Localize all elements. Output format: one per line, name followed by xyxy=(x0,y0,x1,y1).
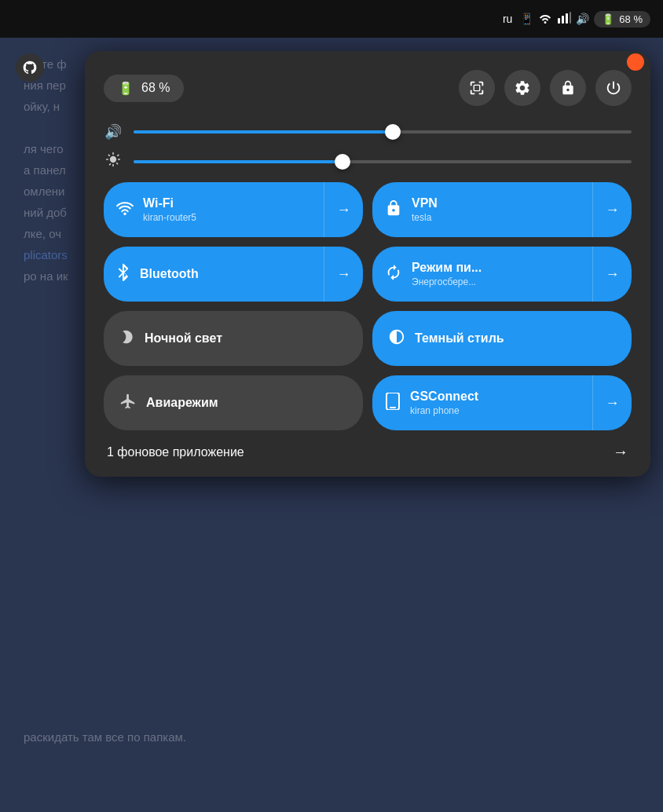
toggles-grid: Wi-Fi kiran-router5 → VPN tesla → xyxy=(104,182,632,430)
vpn-subtitle: tesla xyxy=(412,212,438,223)
night-light-toggle[interactable]: Ночной свет xyxy=(104,311,363,366)
svg-rect-6 xyxy=(390,407,396,408)
wifi-subtitle: kiran-router5 xyxy=(143,212,196,223)
power-mode-arrow[interactable]: → xyxy=(592,247,632,302)
dark-style-text: Темный стиль xyxy=(415,331,504,346)
status-battery: 🔋 68 % xyxy=(594,11,650,27)
night-light-toggle-main[interactable]: Ночной свет xyxy=(104,329,363,349)
bluetooth-text: Bluetooth xyxy=(140,267,199,281)
vpn-icon xyxy=(385,199,402,221)
bluetooth-arrow[interactable]: → xyxy=(324,247,363,302)
wifi-icon xyxy=(538,13,552,26)
power-mode-text: Режим пи... Энергосбере... xyxy=(412,261,482,287)
svg-rect-1 xyxy=(562,16,564,24)
gsconnect-title: GSConnect xyxy=(410,390,478,404)
brightness-slider-icon xyxy=(104,152,123,171)
svg-rect-3 xyxy=(570,12,571,24)
gsconnect-text: GSConnect kiran phone xyxy=(410,390,478,416)
gsconnect-toggle-main[interactable]: GSConnect kiran phone xyxy=(372,390,592,416)
power-mode-icon xyxy=(385,264,402,285)
dark-style-toggle[interactable]: Темный стиль xyxy=(372,311,632,366)
wifi-toggle[interactable]: Wi-Fi kiran-router5 → xyxy=(104,182,363,237)
battery-icon-status: 🔋 xyxy=(602,13,614,25)
battery-percent-status: 68 % xyxy=(619,13,643,25)
volume-thumb[interactable] xyxy=(385,124,401,140)
volume-slider[interactable] xyxy=(134,130,632,134)
vpn-toggle-main[interactable]: VPN tesla xyxy=(372,196,592,223)
volume-slider-icon: 🔊 xyxy=(104,123,123,141)
status-lang: ru xyxy=(503,13,512,25)
night-light-icon xyxy=(119,329,135,349)
dark-style-icon xyxy=(388,328,405,349)
panel-header: 🔋 68 % xyxy=(104,70,632,106)
quick-settings-panel: 🔋 68 % xyxy=(85,51,650,477)
power-mode-subtitle: Энергосбере... xyxy=(412,276,482,287)
vpn-toggle[interactable]: VPN tesla → xyxy=(372,182,632,237)
brightness-thumb[interactable] xyxy=(335,154,350,170)
gsconnect-toggle[interactable]: GSConnect kiran phone → xyxy=(372,375,632,430)
bluetooth-toggle-main[interactable]: Bluetooth xyxy=(104,263,324,286)
wifi-title: Wi-Fi xyxy=(143,196,196,210)
battery-pill: 🔋 68 % xyxy=(104,75,184,102)
power-mode-toggle-main[interactable]: Режим пи... Энергосбере... xyxy=(372,261,592,287)
wifi-icon xyxy=(116,201,134,219)
airplane-toggle-main[interactable]: Авиарежим xyxy=(104,393,363,414)
night-light-title: Ночной свет xyxy=(145,331,222,346)
power-button[interactable] xyxy=(595,70,632,106)
bg-apps-text: 1 фоновое приложение xyxy=(107,445,244,459)
airplane-text: Авиарежим xyxy=(146,396,218,410)
battery-percent: 68 % xyxy=(141,81,170,95)
bluetooth-icon xyxy=(116,263,130,286)
phone-icon: 📱 xyxy=(520,13,533,25)
power-mode-title: Режим пи... xyxy=(412,261,482,275)
notification-dot xyxy=(627,53,644,71)
vpn-arrow[interactable]: → xyxy=(592,182,632,237)
volume-icon: 🔊 xyxy=(576,13,589,25)
bg-apps-arrow-icon: → xyxy=(613,443,628,461)
gsconnect-subtitle: kiran phone xyxy=(410,405,478,416)
lock-button[interactable] xyxy=(550,70,586,106)
header-icons xyxy=(459,70,632,106)
svg-rect-0 xyxy=(558,18,560,24)
night-light-text: Ночной свет xyxy=(145,331,222,346)
bluetooth-title: Bluetooth xyxy=(140,267,199,281)
airplane-title: Авиарежим xyxy=(146,396,218,410)
status-icons: 📱 🔊 🔋 68 % xyxy=(520,11,650,27)
settings-button[interactable] xyxy=(504,70,540,106)
wifi-text: Wi-Fi kiran-router5 xyxy=(143,196,196,223)
bg-apps-row[interactable]: 1 фоновое приложение → xyxy=(104,443,632,461)
github-icon xyxy=(16,53,44,82)
volume-slider-row: 🔊 xyxy=(104,123,632,141)
svg-rect-4 xyxy=(474,85,479,90)
status-bar: ru 📱 🔊 🔋 68 % xyxy=(0,0,663,38)
gsconnect-icon xyxy=(385,393,401,414)
dark-style-toggle-main[interactable]: Темный стиль xyxy=(372,328,632,349)
bluetooth-toggle[interactable]: Bluetooth → xyxy=(104,247,363,302)
bg-last-line: раскидать там все по папкам. xyxy=(24,726,639,748)
battery-icon: 🔋 xyxy=(118,81,134,96)
network-icon xyxy=(557,12,571,27)
power-mode-toggle[interactable]: Режим пи... Энергосбере... → xyxy=(372,247,632,302)
brightness-slider[interactable] xyxy=(134,160,632,163)
gsconnect-arrow[interactable]: → xyxy=(592,375,632,430)
screenshot-button[interactable] xyxy=(459,70,495,106)
svg-rect-2 xyxy=(566,13,568,24)
dark-style-title: Темный стиль xyxy=(415,331,504,346)
vpn-title: VPN xyxy=(412,196,438,210)
wifi-arrow[interactable]: → xyxy=(324,182,363,237)
vpn-text: VPN tesla xyxy=(412,196,438,223)
wifi-toggle-main[interactable]: Wi-Fi kiran-router5 xyxy=(104,196,324,223)
brightness-slider-row xyxy=(104,152,632,171)
airplane-toggle[interactable]: Авиарежим xyxy=(104,375,363,430)
airplane-icon xyxy=(119,393,137,414)
